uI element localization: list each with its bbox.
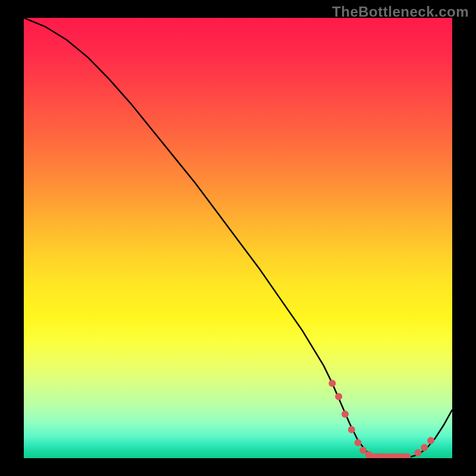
chart-dots-group [328,380,434,458]
chart-plot-area [24,18,452,458]
chart-dot [348,426,355,433]
chart-curve [24,18,452,458]
chart-dot [335,393,342,400]
chart-dot [414,449,421,456]
chart-dot [427,437,434,444]
chart-dot [328,380,336,387]
chart-dot [342,411,349,418]
chart-dot [355,439,362,446]
chart-svg [24,18,452,458]
chart-dot [359,447,367,454]
chart-dot [421,444,428,451]
